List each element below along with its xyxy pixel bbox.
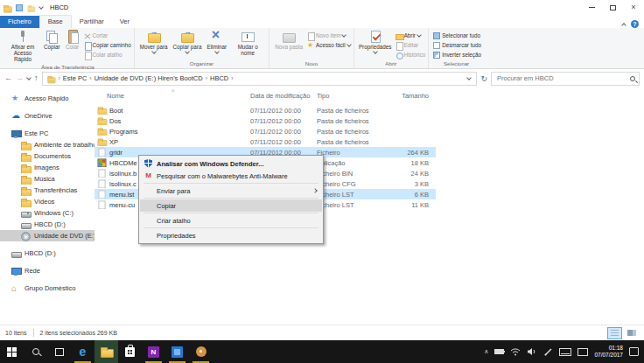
start-button[interactable] [0, 340, 24, 363]
history-button[interactable]: Histórico [396, 50, 426, 59]
sidebar-item-onedrive[interactable]: OneDrive [0, 110, 94, 122]
menu-item-properties[interactable]: Propriedades [140, 229, 322, 241]
move-to-button[interactable]: Mover para [137, 29, 171, 56]
details-view-button[interactable] [607, 327, 622, 339]
copy-path-button[interactable]: Copiar caminho [84, 40, 131, 50]
sidebar-item-desktop[interactable]: Ambiente de trabalho [0, 139, 94, 150]
menu-item-scan-defender[interactable]: Analisar com Windows Defender... [140, 157, 322, 170]
tab-ver[interactable]: Ver [112, 16, 137, 28]
sidebar-item-hbcd-d-2[interactable]: HBCD (D:) [0, 248, 94, 259]
taskbar-clock[interactable]: 01:18 07/07/2017 [594, 345, 623, 359]
battery-icon[interactable] [494, 349, 504, 354]
edit-button[interactable]: Editar [396, 40, 426, 50]
invert-selection-button[interactable]: Inverter seleção [433, 50, 481, 59]
properties-button[interactable]: Propriedades [357, 29, 394, 56]
sidebar-item-documents[interactable]: Documentos [0, 150, 94, 162]
photos-button[interactable] [165, 340, 189, 363]
new-item-button[interactable]: Novo item [307, 31, 351, 40]
select-none-button[interactable]: Desmarcar tudo [433, 40, 481, 50]
invert-selection-icon [433, 52, 440, 59]
table-row[interactable]: Boot 07/11/2012 00:00 Pasta de ficheiros [94, 105, 436, 115]
refresh-icon[interactable]: ↻ [480, 74, 487, 83]
menu-item-create-shortcut[interactable]: Criar atalho [140, 214, 322, 227]
easy-access-button[interactable]: Acesso fácil [307, 40, 351, 50]
action-center-icon[interactable] [629, 347, 639, 356]
keyboard-icon[interactable] [559, 348, 571, 356]
tab-partilhar[interactable]: Partilhar [72, 16, 112, 28]
store-button[interactable] [118, 340, 142, 363]
breadcrumb-este-pc[interactable]: Este PC [63, 74, 88, 82]
maximize-button[interactable] [602, 0, 623, 15]
column-header-size[interactable]: Tamanho [383, 92, 434, 100]
forward-icon[interactable]: → [16, 74, 24, 82]
recent-locations-icon[interactable] [26, 75, 32, 80]
back-icon[interactable]: ← [4, 74, 12, 82]
table-row[interactable]: Programs 07/11/2012 00:00 Pasta de fiche… [94, 126, 436, 136]
menu-item-label: Copiar [157, 202, 176, 210]
cut-button[interactable]: Cortar [84, 31, 131, 40]
copy-to-button[interactable]: Copiar para [171, 29, 205, 56]
close-button[interactable]: × [623, 0, 644, 15]
taskbar-search-button[interactable] [24, 340, 47, 363]
paint-button[interactable] [189, 340, 213, 363]
pen-icon[interactable] [543, 347, 553, 357]
monitor-icon[interactable] [578, 348, 588, 356]
search-input[interactable] [495, 73, 630, 83]
sidebar-item-este-pc[interactable]: Este PC [0, 128, 94, 139]
paste-shortcut-button[interactable]: Colar atalho [84, 50, 131, 59]
customize-qat-dropdown-icon[interactable] [38, 4, 44, 10]
menu-item-send-to[interactable]: Enviar para [140, 185, 322, 197]
sidebar-item-network[interactable]: Rede [0, 265, 94, 276]
table-row[interactable]: Dos 07/11/2012 00:00 Pasta de ficheiros [94, 115, 436, 126]
address-bar-row: ← → ↑ › Este PC › Unidade de DVD (E:) Hi… [0, 69, 644, 87]
sidebar-item-videos[interactable]: Vídeos [0, 196, 94, 207]
column-header-date[interactable]: Data de modificação [250, 92, 317, 100]
up-icon[interactable]: ↑ [34, 74, 38, 82]
wifi-icon[interactable] [510, 347, 521, 356]
sidebar-item-music[interactable]: Música [0, 173, 94, 185]
sidebar-item-homegroup[interactable]: Grupo Doméstico [0, 283, 94, 294]
volume-icon[interactable] [527, 347, 537, 356]
new-folder-icon[interactable] [28, 4, 35, 10]
collapse-ribbon-icon[interactable] [621, 23, 626, 28]
file-explorer-button[interactable] [94, 340, 118, 363]
onenote-button[interactable]: N [142, 340, 165, 363]
minimize-button[interactable] [581, 0, 602, 15]
menu-item-copy[interactable]: Copiar [140, 199, 322, 212]
properties-check-icon[interactable] [16, 4, 23, 11]
explorer-folder-icon [4, 4, 11, 11]
tab-ficheiro[interactable]: Ficheiro [0, 16, 39, 28]
file-icon [98, 191, 107, 199]
breadcrumb-dvd-drive[interactable]: Unidade de DVD (E:) Hiren's BootCD [94, 74, 203, 82]
folder-icon [21, 152, 31, 161]
rename-button[interactable]: Mudar o nome [229, 29, 266, 57]
help-icon[interactable]: ? [631, 20, 639, 28]
column-header-type[interactable]: Tipo [317, 92, 383, 100]
delete-button[interactable]: Eliminar [204, 29, 229, 56]
paste-button[interactable]: Colar [63, 29, 82, 51]
edge-button[interactable]: e [71, 340, 94, 363]
thumbnails-view-button[interactable] [624, 327, 639, 339]
search-box[interactable] [491, 72, 640, 86]
sidebar-item-hbcd-d[interactable]: HBCD (D:) [0, 219, 94, 230]
sidebar-item-pictures[interactable]: Imagens [0, 162, 94, 173]
tab-base[interactable]: Base [39, 15, 72, 28]
select-all-button[interactable]: Selecionar tudo [433, 31, 481, 40]
table-row[interactable]: XP 07/11/2012 00:00 Pasta de ficheiros [94, 136, 436, 147]
new-folder-label: Nova pasta [275, 44, 303, 50]
new-folder-button[interactable]: Nova pasta [272, 29, 305, 51]
onenote-icon: N [148, 346, 159, 358]
copy-button[interactable]: Copiar [41, 29, 63, 51]
sidebar-item-downloads[interactable]: Transferências [0, 185, 94, 196]
sidebar-item-quick-access[interactable]: Acesso Rápido [0, 93, 94, 104]
address-dropdown-icon[interactable] [467, 75, 472, 80]
show-hidden-icons-chevron[interactable]: ∧ [484, 348, 488, 355]
breadcrumb-hbcd[interactable]: HBCD [210, 74, 228, 82]
open-button[interactable]: Abrir [396, 31, 426, 40]
address-bar[interactable]: › Este PC › Unidade de DVD (E:) Hiren's … [42, 72, 478, 86]
task-view-button[interactable] [47, 340, 71, 363]
pin-to-quick-access-button[interactable]: Afixar em Acesso Rápido [4, 29, 41, 63]
sidebar-item-dvd-drive[interactable]: Unidade de DVD (E:) Hiren [0, 230, 94, 241]
sidebar-item-windows-c[interactable]: Windows (C:) [0, 207, 94, 219]
menu-item-scan-malwarebytes[interactable]: M Pesquisar com o Malwarebytes Anti-Malw… [140, 170, 322, 182]
